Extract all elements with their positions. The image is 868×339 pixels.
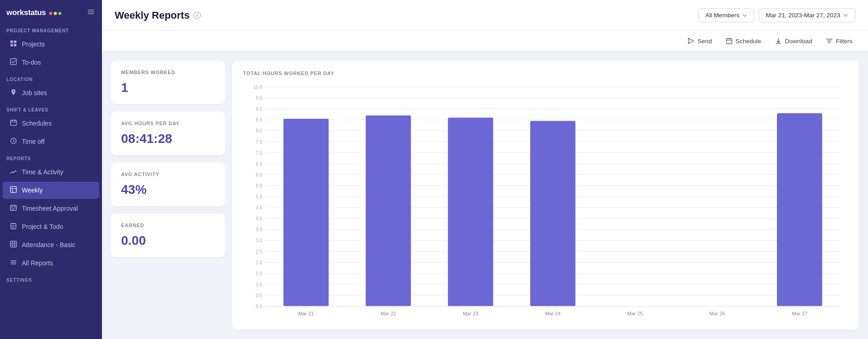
stat-cards: MEMBERS WORKED 1 AVG HOURS PER DAY 08:41…: [111, 61, 225, 330]
svg-text:Mar 24: Mar 24: [545, 311, 560, 316]
sidebar-item-todos[interactable]: To-dos: [3, 54, 99, 71]
sidebar-label-projects: Projects: [22, 40, 45, 48]
clipboard-icon: [9, 223, 17, 231]
logo-area: workstatus: [0, 0, 102, 23]
action-bar: Send Schedule Download Filters: [102, 31, 868, 51]
svg-rect-59: [365, 116, 411, 306]
chart-title: TOTAL HOURS WORKED PER DAY: [243, 71, 848, 76]
svg-text:8.0: 8.0: [256, 128, 262, 133]
svg-text:Mar 21: Mar 21: [298, 311, 314, 316]
section-label-shift-leaves: SHIFT & LEAVES: [0, 102, 102, 114]
svg-text:Mar 27: Mar 27: [792, 311, 807, 316]
section-label-project-management: PROJECT MANAGEMENT: [0, 23, 102, 35]
sidebar-item-attendance[interactable]: Attendance - Basic: [3, 236, 99, 253]
svg-rect-7: [10, 59, 16, 65]
svg-text:6.0: 6.0: [256, 172, 262, 177]
svg-text:7.0: 7.0: [256, 151, 262, 156]
filters-label: Filters: [836, 38, 853, 45]
sidebar-label-jobsites: Job sites: [22, 89, 47, 96]
svg-rect-67: [777, 113, 822, 306]
svg-rect-5: [10, 44, 13, 47]
date-range-label: Mar 21, 2023-Mar 27, 2023: [766, 12, 840, 19]
logo: workstatus: [6, 8, 61, 17]
section-label-reports: REPORTS: [0, 151, 102, 163]
svg-text:0.0: 0.0: [256, 304, 262, 309]
sidebar-label-schedules: Schedules: [22, 120, 51, 127]
svg-rect-10: [10, 187, 16, 192]
chart-wrapper: 0.00.51.01.52.02.53.03.54.04.55.05.56.06…: [243, 82, 848, 324]
collapse-button[interactable]: [86, 7, 96, 18]
members-dropdown[interactable]: All Members: [698, 8, 754, 22]
svg-rect-4: [14, 40, 16, 43]
sidebar-item-weekly[interactable]: Weekly: [3, 182, 99, 199]
section-label-settings: SETTINGS: [0, 272, 102, 284]
list-icon: [9, 259, 17, 267]
bar-chart: 0.00.51.01.52.02.53.03.54.04.55.05.56.06…: [243, 82, 848, 323]
info-icon[interactable]: i: [193, 12, 201, 19]
filters-button[interactable]: Filters: [823, 35, 855, 46]
svg-text:Mar 22: Mar 22: [381, 311, 396, 316]
grid-icon: [9, 40, 17, 48]
svg-text:Mar 25: Mar 25: [627, 311, 643, 316]
sidebar-item-timesheet[interactable]: Timesheet Approval: [3, 200, 99, 217]
stat-card-avghours: AVG HOURS PER DAY 08:41:28: [111, 111, 225, 155]
svg-rect-63: [530, 121, 575, 306]
check-icon: [9, 58, 17, 66]
filter-icon: [826, 37, 833, 45]
svg-text:8.5: 8.5: [256, 117, 262, 122]
svg-text:1.0: 1.0: [256, 282, 262, 287]
top-controls: All Members Mar 21, 2023-Mar 27, 2023: [698, 8, 855, 22]
calendar2-icon: [9, 204, 17, 213]
sidebar-item-allreports[interactable]: All Reports: [3, 254, 99, 272]
svg-text:Mar 26: Mar 26: [710, 311, 725, 316]
sidebar-label-todos: To-dos: [22, 59, 41, 66]
stat-card-avgactivity: AVG ACTIVITY 43%: [111, 162, 225, 206]
svg-text:1.5: 1.5: [256, 271, 262, 276]
svg-text:Mar 23: Mar 23: [463, 311, 478, 316]
svg-text:2.0: 2.0: [256, 260, 262, 265]
svg-text:10.0: 10.0: [254, 85, 263, 90]
stat-value-avgactivity: 43%: [121, 182, 215, 197]
svg-text:3.0: 3.0: [256, 238, 262, 243]
svg-rect-6: [14, 44, 16, 47]
sidebar-label-allreports: All Reports: [22, 259, 53, 267]
svg-rect-2: [88, 14, 94, 15]
download-icon: [775, 37, 782, 45]
svg-text:5.5: 5.5: [256, 183, 262, 188]
members-dropdown-label: All Members: [705, 12, 739, 19]
sidebar-item-projects[interactable]: Projects: [3, 35, 99, 53]
section-label-location: LOCATION: [0, 71, 102, 84]
svg-rect-13: [10, 241, 16, 247]
sidebar-item-jobsites[interactable]: Job sites: [3, 84, 99, 101]
logo-text: workstatus: [6, 8, 46, 17]
schedule-button[interactable]: Schedule: [723, 35, 764, 46]
download-label: Download: [785, 38, 812, 45]
sidebar-item-project-todo[interactable]: Project & Todo: [3, 218, 99, 235]
send-button[interactable]: Send: [685, 35, 715, 46]
stat-value-members: 1: [121, 81, 215, 95]
svg-rect-57: [284, 119, 329, 306]
download-button[interactable]: Download: [772, 35, 815, 46]
sidebar-item-timeoff[interactable]: Time off: [3, 133, 99, 150]
schedule-icon: [726, 37, 733, 45]
sidebar-label-timesheet: Timesheet Approval: [22, 205, 78, 212]
sidebar-item-time-activity[interactable]: Time & Activity: [3, 163, 99, 181]
sidebar-label-weekly: Weekly: [22, 187, 43, 194]
logo-dot-yellow: [54, 12, 57, 15]
send-icon: [687, 37, 695, 45]
sidebar-item-schedules[interactable]: Schedules: [3, 115, 99, 132]
sidebar-label-attendance: Attendance - Basic: [22, 241, 76, 248]
grid2-icon: [9, 241, 17, 249]
date-range-dropdown[interactable]: Mar 21, 2023-Mar 27, 2023: [759, 8, 855, 22]
svg-text:4.5: 4.5: [256, 205, 262, 210]
content-area: MEMBERS WORKED 1 AVG HOURS PER DAY 08:41…: [102, 51, 868, 339]
sidebar: workstatus PROJECT MANAGEMENT Projects T…: [0, 0, 102, 339]
stat-value-avghours: 08:41:28: [121, 132, 215, 146]
stat-value-earned: 0.00: [121, 233, 215, 248]
svg-text:5.0: 5.0: [256, 194, 262, 199]
main-content: Weekly Reports i All Members Mar 21, 202…: [102, 0, 868, 339]
page-title-text: Weekly Reports: [115, 10, 190, 21]
stat-label-avghours: AVG HOURS PER DAY: [121, 121, 215, 126]
logo-dot-green: [58, 12, 61, 15]
svg-rect-14: [726, 39, 732, 44]
